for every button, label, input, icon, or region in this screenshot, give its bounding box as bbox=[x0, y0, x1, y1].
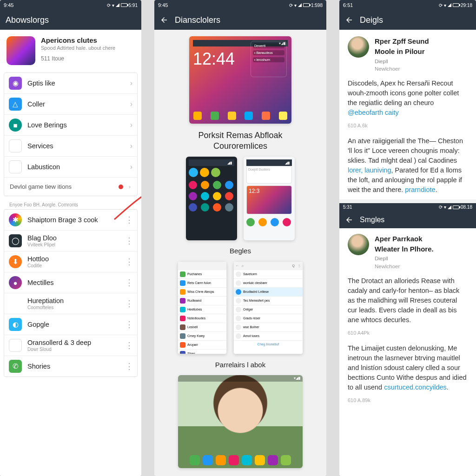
battery-icon bbox=[121, 3, 127, 7]
maps-icon: ◆ bbox=[9, 139, 22, 152]
flower-icon: ✱ bbox=[9, 213, 22, 226]
status-bar: 9:45 ⟳ ▾ 5:91 bbox=[0, 0, 141, 10]
status-time: 5:31 bbox=[343, 204, 352, 211]
author-avatar bbox=[348, 36, 369, 58]
app-bar: Deigls bbox=[339, 10, 476, 30]
app-bar: Abowslorgs bbox=[0, 10, 141, 30]
chevron-right-icon: › bbox=[130, 79, 132, 87]
list-item-label: HureptiationCoomofteles bbox=[27, 297, 119, 310]
list-item[interactable]: M Labusticon › bbox=[4, 157, 137, 178]
list-item[interactable]: ◆ Services › bbox=[4, 136, 137, 157]
back-icon[interactable] bbox=[345, 16, 353, 24]
chevron-right-icon: › bbox=[130, 163, 132, 171]
mini-dark-home: ◢▮ bbox=[186, 157, 237, 240]
author-block: Aper Parrkaok Wleater ln Plhore. Diepll … bbox=[348, 234, 468, 271]
app-bar: Diansclolers bbox=[154, 10, 326, 30]
app-title: Abowslorgs bbox=[6, 15, 136, 25]
status-right: 08.18 bbox=[461, 204, 472, 211]
list-item[interactable]: ◉ Gptis like › bbox=[4, 73, 137, 94]
status-time: 9:45 bbox=[158, 2, 168, 8]
phone-panel-3: 6:51 ⟳ ▾ 29:18 Deigls Rper Zpff Seund Mo… bbox=[339, 0, 476, 476]
list-item-label: Oransollerd & 3 deepDowr Sloud bbox=[27, 339, 119, 352]
badge-icon: ■ bbox=[9, 119, 22, 132]
hero-card[interactable]: Apericons clutes Spood Adtirted hale. ub… bbox=[0, 30, 141, 70]
list-item[interactable]: ✆ Shories ⋮ bbox=[4, 356, 137, 377]
list-item[interactable]: M Oransollerd & 3 deepDowr Sloud ⋮ bbox=[4, 335, 137, 356]
list-item-label: Shories bbox=[27, 363, 119, 370]
kebab-icon[interactable]: ⋮ bbox=[125, 361, 132, 371]
author-role2: Newlchoer bbox=[375, 263, 434, 271]
phone-icon: ✆ bbox=[9, 360, 22, 373]
author-name: Aper Parrkaok bbox=[375, 234, 434, 244]
orb-icon: ● bbox=[9, 276, 22, 289]
sub-meta-2: 610 A.89k bbox=[348, 397, 468, 404]
author-role2: Newlchoer bbox=[375, 65, 429, 73]
list-item-label: Mectilles bbox=[27, 279, 119, 286]
article-body[interactable]: Rper Zpff Seund Moole in Pilour Diepll N… bbox=[339, 30, 476, 424]
list-card-2: ✱ Shaiptorn Brage 3 cook ⋮◯ Blag DlooVvi… bbox=[4, 209, 138, 377]
paragraph-2: An atve raiigigeriall the The— Cheston '… bbox=[348, 136, 468, 195]
back-icon[interactable] bbox=[345, 216, 353, 224]
mention-link[interactable]: @ebeofarth caity bbox=[348, 109, 399, 116]
sub-meta-1: 610 A4Pk bbox=[348, 330, 468, 337]
inline-link[interactable]: prarndiote bbox=[405, 186, 435, 193]
phone-panel-1: 9:45 ⟳ ▾ 5:91 Abowslorgs Apericons clute… bbox=[0, 0, 141, 476]
list-item[interactable]: ▶ HureptiationCoomofteles ⋮ bbox=[4, 293, 137, 314]
gmail-icon: M bbox=[9, 160, 22, 173]
sync-icon: ⟳ bbox=[439, 204, 443, 211]
triangle-icon: △ bbox=[9, 98, 22, 111]
spiral-icon: ◉ bbox=[9, 77, 22, 90]
app-title: Smgles bbox=[360, 214, 470, 225]
battery-icon bbox=[453, 3, 459, 7]
list-item-label: Coller bbox=[27, 100, 125, 108]
list-item[interactable]: ◯ Blag DlooVviteek Plipel ⋮ bbox=[4, 231, 137, 251]
kebab-icon[interactable]: ⋮ bbox=[125, 278, 132, 288]
author-avatar bbox=[348, 234, 369, 255]
chevron-right-icon: › bbox=[130, 100, 132, 108]
kebab-icon[interactable]: ⋮ bbox=[125, 257, 132, 267]
hero-thumb bbox=[7, 36, 35, 65]
app-title: Deigls bbox=[360, 15, 470, 25]
status-right: 29:18 bbox=[461, 3, 472, 8]
status-right: 1:598 bbox=[311, 3, 323, 8]
dock bbox=[189, 112, 291, 120]
section-header: Enyoe Foo BH. Aorgle. Comronts bbox=[4, 199, 138, 209]
wifi-icon: ▾ bbox=[294, 3, 297, 8]
indicator-dot bbox=[119, 185, 123, 189]
list-card-1: ◉ Gptis like ›△ Coller ›■ Love Berings ›… bbox=[4, 73, 138, 196]
list-item-label: Labusticon bbox=[27, 163, 125, 171]
status-time: 9:45 bbox=[4, 2, 13, 8]
list-item[interactable]: △ Coller › bbox=[4, 94, 137, 115]
list-item[interactable]: ✱ Shaiptorn Brage 3 cook ⋮ bbox=[4, 210, 137, 231]
inline-link[interactable]: csurtuced.concyildes bbox=[384, 383, 447, 391]
sync-icon: ⟳ bbox=[439, 3, 443, 8]
footer-label: Devlol game tiew itions bbox=[10, 183, 72, 190]
card-footer-row[interactable]: Devlol game tiew itions bbox=[4, 178, 137, 196]
list-item[interactable]: ◐ Gopgle ⋮ bbox=[4, 314, 137, 335]
inline-link[interactable]: lorer, launiving bbox=[348, 166, 391, 174]
list-item[interactable]: ■ Love Berings › bbox=[4, 115, 137, 136]
mini-list-left: Puchanes Rets Carrn fulon Wiss Chrre Ate… bbox=[178, 261, 227, 354]
embedded-phone: 5:31 ⟳ ▾ 08.18 Smgles Aper Parrkaok bbox=[339, 203, 476, 417]
content-scroll[interactable]: ▾◢▮ 12:44 Dewertt• Banaudeos• Ieroshurn … bbox=[154, 30, 326, 468]
list-item-label: Shaiptorn Brage 3 cook bbox=[27, 216, 119, 224]
kebab-icon[interactable]: ⋮ bbox=[125, 236, 132, 246]
app-bar: Smgles bbox=[339, 212, 476, 228]
status-bar: 5:31 ⟳ ▾ 08.18 bbox=[339, 203, 476, 212]
status-icons: ⟳ ▾ 5:91 bbox=[107, 3, 138, 8]
kebab-icon[interactable]: ⋮ bbox=[125, 298, 132, 309]
hero-title: Apericons clutes bbox=[41, 36, 115, 44]
kebab-icon[interactable]: ⋮ bbox=[125, 340, 132, 350]
kebab-icon[interactable]: ⋮ bbox=[125, 215, 132, 225]
list-item-label: Services bbox=[27, 142, 125, 150]
back-icon[interactable] bbox=[160, 16, 168, 24]
kebab-icon[interactable]: ⋮ bbox=[125, 319, 132, 330]
list-item[interactable]: ● Mectilles ⋮ bbox=[4, 272, 137, 293]
phone-panel-2: 9:45 ⟳ ▾ 1:598 Diansclolers ▾◢▮ 12:44 De… bbox=[154, 0, 326, 476]
mini-light-home: ◢▮ Doeptf Dusters 12:3 bbox=[244, 157, 295, 240]
list-item-label: HottlooCoditle bbox=[27, 255, 119, 268]
status-icons: ⟳ ▾ 1:598 bbox=[289, 3, 323, 8]
list-item[interactable]: ⬇ HottlooCoditle ⋮ bbox=[4, 251, 137, 272]
download-icon: ⬇ bbox=[9, 255, 22, 268]
mini-list-right: ←⌕Q⋮ Savetorm wonlulc clesbanr Brodtadrd… bbox=[233, 261, 303, 354]
